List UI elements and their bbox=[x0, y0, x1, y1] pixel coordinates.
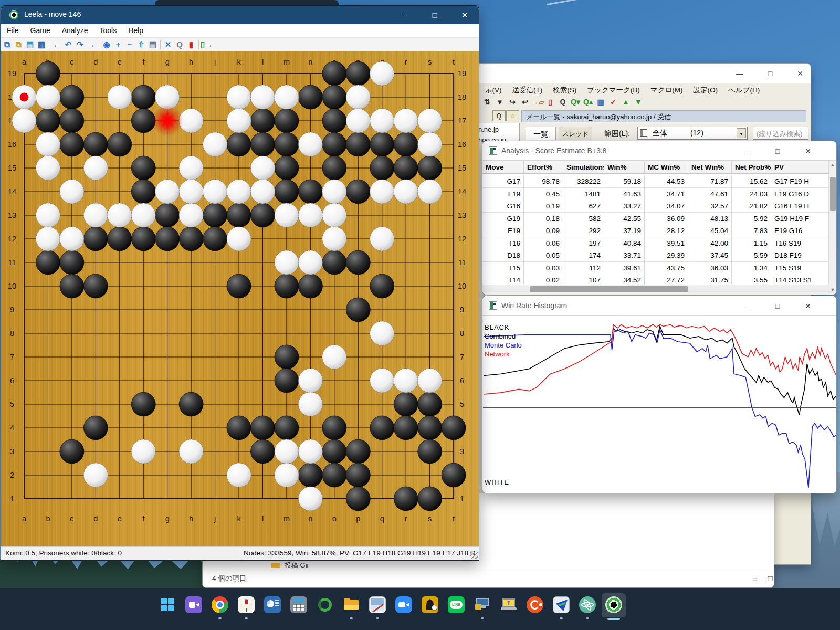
open-file-icon[interactable]: ▤ bbox=[24, 38, 36, 49]
check-icon[interactable]: ✓ bbox=[607, 96, 620, 106]
table-row[interactable]: E190.0929237.1928.1245.047.83E19 G16 bbox=[482, 225, 829, 237]
leela-close-button[interactable]: ✕ bbox=[453, 9, 476, 22]
green-ring-app-icon[interactable] bbox=[315, 595, 335, 615]
line-app-icon[interactable]: LINE bbox=[446, 595, 466, 615]
chrome-icon[interactable] bbox=[210, 595, 230, 615]
sync-icon[interactable]: ⇅ bbox=[481, 96, 494, 106]
mail-search-button[interactable]: Q bbox=[492, 110, 506, 121]
table-row[interactable]: T160.0619740.8439.5142.001.15T16 S19 bbox=[482, 237, 829, 250]
reply-all-icon[interactable]: ↩ bbox=[519, 96, 531, 106]
histogram-minimize-button[interactable]: — bbox=[742, 301, 753, 311]
analyze-toggle-icon[interactable]: ✕ bbox=[162, 38, 174, 49]
mail-menubar[interactable]: 示(V)送受信(T)検索(S)ブックマーク(B)マクロ(M)設定(O)ヘルプ(H… bbox=[480, 83, 811, 96]
table-row[interactable]: D180.0517433.7129.3937.455.59D18 F19 bbox=[482, 249, 829, 262]
leela-titlebar[interactable]: Leela - move 146 – □ ✕ bbox=[1, 6, 479, 24]
dropdown-icon[interactable]: ▾ bbox=[494, 96, 506, 106]
leela-menubar[interactable]: FileGameAnalyzeToolsHelp bbox=[1, 24, 479, 38]
column-header[interactable]: Simulations bbox=[563, 161, 604, 174]
column-header[interactable]: Win% bbox=[604, 161, 645, 174]
leela-menu-analyze[interactable]: Analyze bbox=[56, 24, 94, 35]
down-triangle-icon[interactable]: ▼ bbox=[632, 96, 645, 106]
mail-menu-item[interactable]: ブックマーク(B) bbox=[582, 83, 645, 95]
column-header[interactable]: Move bbox=[482, 161, 524, 174]
meet-app-icon[interactable] bbox=[184, 595, 204, 615]
leela-toolbar[interactable]: ⧉⧉▤▦←↶↷→◉+−⇧▤✕Q▮▯→ bbox=[1, 38, 479, 51]
redo-icon[interactable]: ↷ bbox=[74, 38, 86, 49]
leela-taskbar-icon[interactable] bbox=[604, 595, 624, 615]
histogram-close-button[interactable]: ✕ bbox=[803, 301, 813, 311]
analysis-horizontal-scrollbar[interactable] bbox=[482, 285, 829, 292]
leela-menu-tools[interactable]: Tools bbox=[94, 24, 123, 35]
mail-menu-item[interactable]: 示(V) bbox=[480, 83, 507, 95]
analysis-table[interactable]: MoveEffort%SimulationsWin%MC Win%Net Win… bbox=[482, 161, 829, 293]
column-header[interactable]: MC Win% bbox=[645, 161, 688, 174]
print-icon[interactable]: ▤ bbox=[147, 38, 159, 49]
exit-icon[interactable]: ▯→ bbox=[201, 38, 212, 49]
search-up-icon[interactable]: Q▴ bbox=[582, 96, 594, 106]
table-row[interactable]: G1798.7832822259.1844.5371.8715.62G17 F1… bbox=[482, 175, 829, 188]
leela-menu-file[interactable]: File bbox=[1, 24, 25, 35]
scrollbar-thumb[interactable] bbox=[830, 177, 836, 211]
new-game-icon[interactable]: ⧉ bbox=[13, 38, 24, 49]
back-arrow-icon[interactable]: ← bbox=[51, 38, 62, 49]
column-header[interactable]: PV bbox=[771, 161, 829, 174]
mail-star-button[interactable]: ☆ bbox=[506, 110, 519, 121]
mail-menu-item[interactable]: 送受信(T) bbox=[507, 83, 548, 95]
t-laptop-app-icon[interactable]: T bbox=[499, 595, 519, 615]
table-row[interactable]: G160.1962733.2734.0732.5721.82G16 F19 H bbox=[482, 200, 829, 213]
undo-icon[interactable]: ↶ bbox=[62, 38, 74, 49]
save-icon[interactable]: ▦ bbox=[594, 96, 607, 106]
forward-arrow-icon[interactable]: → bbox=[86, 38, 97, 49]
mail-menu-item[interactable]: 設定(O) bbox=[688, 83, 723, 95]
move-folder-icon[interactable]: →▱ bbox=[531, 96, 544, 106]
analysis-maximize-button[interactable]: □ bbox=[772, 146, 783, 156]
mail-maximize-button[interactable]: □ bbox=[765, 68, 775, 79]
resize-grip[interactable] bbox=[470, 552, 478, 559]
mail-toolbar[interactable]: ⇅▾↪↩→▱▯QQ▾Q▴▦✓▲▼ bbox=[481, 96, 811, 110]
analysis-vertical-scrollbar[interactable]: ▲ ▼ bbox=[828, 161, 836, 293]
find-move-icon[interactable]: Q bbox=[174, 38, 185, 49]
up-triangle-icon[interactable]: ▲ bbox=[620, 96, 632, 106]
leela-minimize-button[interactable]: – bbox=[393, 9, 416, 22]
mail-filter-search-input[interactable]: (絞り込み検索) bbox=[753, 127, 808, 140]
mail-menu-item[interactable]: マクロ(M) bbox=[645, 83, 688, 95]
search-down-icon[interactable]: Q▾ bbox=[569, 96, 582, 106]
search-icon[interactable]: Q bbox=[556, 96, 569, 106]
table-row[interactable]: T150.0311239.6143.7536.031.34T15 S19 bbox=[482, 262, 829, 275]
mail-menu-item[interactable]: 検索(S) bbox=[548, 83, 582, 95]
pass-move-icon[interactable]: ⇧ bbox=[135, 38, 147, 49]
explorer-item[interactable]: 投稿 Gii bbox=[271, 561, 309, 568]
file-explorer-icon[interactable] bbox=[341, 595, 361, 615]
zoom-app-icon[interactable] bbox=[394, 595, 414, 615]
column-header[interactable]: Net Win% bbox=[688, 161, 732, 174]
shogi-app-icon[interactable] bbox=[420, 595, 440, 615]
photos-app-icon[interactable] bbox=[368, 595, 387, 615]
zoom-out-icon[interactable]: − bbox=[124, 38, 135, 49]
analysis-titlebar[interactable]: Analysis - Score Estimate B+3.8 — □ ✕ bbox=[482, 141, 836, 161]
go-board[interactable]: aabbccddeeffgghhjjkkllmmnnooppqqrrsstt11… bbox=[1, 51, 479, 547]
column-header[interactable]: Effort% bbox=[524, 161, 563, 174]
go-fan-app-icon[interactable] bbox=[236, 595, 256, 615]
mail-minimize-button[interactable]: — bbox=[734, 68, 745, 79]
leela-menu-game[interactable]: Game bbox=[25, 24, 56, 35]
zoom-in-icon[interactable]: + bbox=[112, 38, 124, 49]
chart-app-icon[interactable] bbox=[262, 595, 282, 615]
go-board-grid[interactable]: aabbccddeeffgghhjjkkllmmnnooppqqrrsstt11… bbox=[1, 51, 479, 547]
reply-icon[interactable]: ↪ bbox=[506, 96, 519, 106]
analysis-minimize-button[interactable]: — bbox=[742, 146, 753, 156]
remote-pc-icon[interactable] bbox=[472, 595, 492, 615]
bookmark-icon[interactable]: ▮ bbox=[185, 38, 197, 49]
scroll-down-icon[interactable]: ▼ bbox=[829, 287, 836, 292]
list-view-icon[interactable]: ≡ bbox=[749, 572, 762, 585]
mail-menu-item[interactable]: ヘルプ(H) bbox=[723, 83, 765, 95]
notebook-icon[interactable]: ▯ bbox=[544, 96, 556, 106]
analysis-close-button[interactable]: ✕ bbox=[803, 146, 813, 156]
leela-maximize-button[interactable]: □ bbox=[423, 9, 446, 22]
histogram-maximize-button[interactable]: □ bbox=[772, 301, 783, 311]
save-icon[interactable]: ▦ bbox=[36, 38, 47, 49]
table-row[interactable]: G190.1858242.5536.0948.135.92G19 H19 F bbox=[482, 213, 829, 225]
atom-app-icon[interactable] bbox=[578, 595, 597, 615]
column-header[interactable]: Net Prob% bbox=[732, 161, 771, 174]
calculator-icon[interactable] bbox=[289, 595, 309, 615]
leela-menu-help[interactable]: Help bbox=[122, 24, 149, 35]
